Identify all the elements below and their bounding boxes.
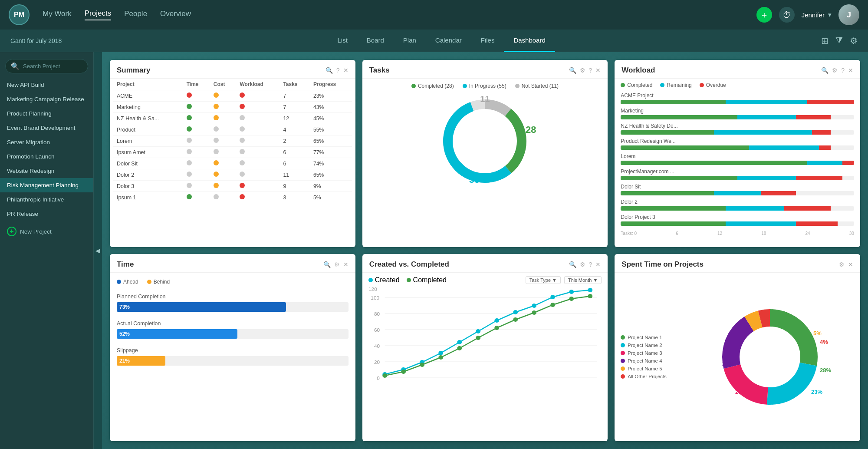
nav-overview[interactable]: Overview — [160, 10, 191, 20]
search-input[interactable] — [23, 63, 82, 69]
svg-point-33 — [457, 346, 462, 350]
summary-close-icon[interactable]: ✕ — [343, 67, 349, 74]
tasks-title: Tasks — [369, 66, 566, 75]
task-type-filter[interactable]: Task Type ▼ — [526, 276, 561, 284]
tasks-cell: 4 — [279, 124, 310, 135]
cvc-settings-icon[interactable]: ⚙ — [580, 261, 585, 268]
cvc-created-dot — [368, 278, 373, 282]
cvc-completed-label: Completed — [413, 276, 447, 284]
tasks-help-icon[interactable]: ? — [589, 67, 592, 74]
cvc-title: Created vs. Completed — [369, 260, 566, 269]
cost-cell — [210, 135, 237, 147]
tab-dashboard[interactable]: Dashboard — [504, 30, 555, 52]
wbar-remaining — [749, 145, 819, 150]
workload-bar — [621, 206, 854, 211]
in-progress-label: In Progress (55) — [469, 83, 506, 89]
svg-text:100: 100 — [371, 295, 379, 300]
sidebar-item-philanthropic[interactable]: Philanthropic Initiative — [0, 192, 93, 207]
col-cost: Cost — [210, 79, 237, 90]
avatar[interactable]: J — [838, 4, 859, 25]
wbar-remaining — [807, 161, 842, 165]
sidebar-item-pr-release[interactable]: PR Release — [0, 207, 93, 221]
user-menu[interactable]: Jennifer ▾ — [802, 11, 832, 19]
sidebar-item-website-redesign[interactable]: Website Redesign — [0, 164, 93, 178]
wbar-completed — [621, 176, 737, 180]
summary-help-icon[interactable]: ? — [336, 67, 340, 74]
workload-search-icon[interactable]: 🔍 — [821, 67, 829, 74]
workload-close-icon[interactable]: ✕ — [848, 67, 853, 74]
tab-plan[interactable]: Plan — [394, 30, 426, 52]
summary-table: Project Time Cost Workload Tasks Progres… — [113, 79, 352, 203]
sidebar-item-product-planning[interactable]: Product Planning — [0, 106, 93, 121]
nav-right: ＋ ⏱ Jennifer ▾ J — [756, 4, 859, 25]
grid-icon[interactable]: ⊞ — [821, 36, 829, 46]
settings-icon[interactable]: ⚙ — [850, 36, 858, 46]
cvc-close-icon[interactable]: ✕ — [595, 261, 601, 268]
sidebar-item-promotion-launch[interactable]: Promotion Launch — [0, 149, 93, 164]
wl-completed-dot — [621, 83, 625, 87]
sidebar-item-risk-management[interactable]: Risk Management Planning — [0, 178, 93, 192]
nav-people[interactable]: People — [124, 10, 147, 20]
summary-search-icon[interactable]: 🔍 — [326, 67, 333, 74]
time-search-icon[interactable]: 🔍 — [323, 261, 331, 268]
tab-calendar[interactable]: Calendar — [426, 30, 471, 52]
svg-point-28 — [588, 288, 592, 292]
sidebar-item-event-brand[interactable]: Event Brand Development — [0, 121, 93, 135]
tab-list[interactable]: List — [328, 30, 357, 52]
workload-row: Marketing — [621, 108, 854, 119]
cvc-card-header: Created vs. Completed 🔍 ⚙ ? ✕ — [362, 254, 608, 273]
wbar-remaining — [737, 115, 796, 119]
cvc-search-icon[interactable]: 🔍 — [569, 261, 576, 268]
wbar-overdue — [819, 145, 831, 150]
spent-legend: Project Name 1 Project Name 2 Project Na… — [621, 335, 681, 379]
not-started-count: 11 — [480, 94, 490, 104]
sidebar-item-marketing-campaign[interactable]: Marketing Campaign Release — [0, 92, 93, 106]
tasks-close-icon[interactable]: ✕ — [595, 67, 601, 74]
time-row-actual: Actual Completion 52% — [117, 320, 349, 339]
tab-board[interactable]: Board — [357, 30, 394, 52]
progress-cell: 55% — [310, 124, 352, 135]
workload-help-icon[interactable]: ? — [841, 67, 845, 74]
table-row: Dolor 2 11 65% — [113, 169, 352, 181]
tasks-settings-icon[interactable]: ⚙ — [580, 67, 585, 74]
behind-label: Behind — [154, 279, 170, 285]
pm-logo[interactable]: PM — [9, 4, 30, 25]
spent-settings-icon[interactable]: ⚙ — [839, 261, 845, 268]
slippage-label: Slippage — [117, 347, 349, 353]
spent-close-icon[interactable]: ✕ — [848, 261, 853, 268]
sidebar: 🔍 New API Build Marketing Campaign Relea… — [0, 52, 93, 449]
spent-label-2: Project Name 2 — [628, 343, 662, 348]
sidebar-collapse-button[interactable]: ◀ — [93, 52, 102, 449]
sidebar-item-server-migration[interactable]: Server Migration — [0, 135, 93, 149]
spent-label-6: All Other Projects — [628, 374, 666, 379]
nav-projects[interactable]: Projects — [85, 9, 111, 20]
workload-cell — [236, 192, 279, 203]
workload-cell — [236, 113, 279, 124]
svg-text:20%: 20% — [722, 360, 733, 367]
completed-dot — [411, 84, 416, 88]
add-button[interactable]: ＋ — [756, 7, 772, 23]
workload-settings-icon[interactable]: ⚙ — [832, 67, 838, 74]
svg-point-26 — [550, 295, 555, 299]
clock-button[interactable]: ⏱ — [779, 7, 795, 23]
cvc-created-label: Created — [375, 276, 400, 284]
filter-icon[interactable]: ⧩ — [835, 36, 843, 46]
wl-overdue: Overdue — [700, 82, 726, 88]
time-close-icon[interactable]: ✕ — [343, 261, 349, 268]
tasks-search-icon[interactable]: 🔍 — [569, 67, 576, 74]
nav-my-work[interactable]: My Work — [43, 10, 72, 20]
time-row-planned: Planned Completion 73% — [117, 294, 349, 312]
svg-text:120: 120 — [368, 287, 377, 292]
spent-item-4: Project Name 4 — [621, 358, 681, 363]
tab-files[interactable]: Files — [471, 30, 504, 52]
this-month-filter[interactable]: This Month ▼ — [564, 276, 602, 284]
progress-cell: 74% — [310, 158, 352, 169]
sidebar-item-new-api-build[interactable]: New API Build — [0, 78, 93, 92]
wbar-overdue — [796, 115, 831, 119]
table-row: Ipsum Amet 6 77% — [113, 147, 352, 158]
workload-rows: ACME Project Marketing NZ Health & Safet… — [621, 92, 854, 226]
new-project-button[interactable]: + New Project — [0, 223, 93, 240]
cvc-help-icon[interactable]: ? — [589, 261, 592, 268]
search-box[interactable]: 🔍 — [5, 59, 88, 73]
time-settings-icon[interactable]: ⚙ — [334, 261, 340, 268]
